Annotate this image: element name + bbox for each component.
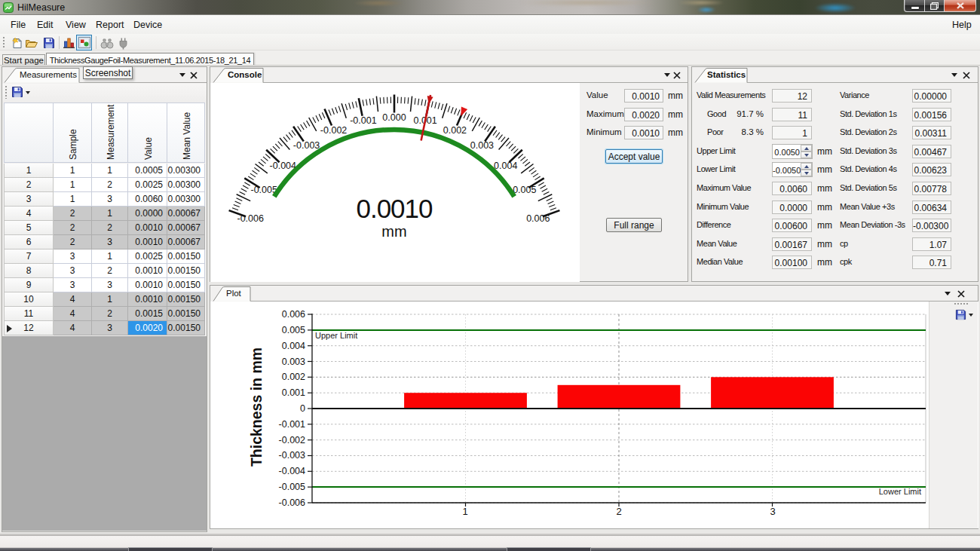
- svg-text:-0.003: -0.003: [293, 140, 320, 151]
- svg-text:mm: mm: [381, 223, 406, 240]
- svg-text:0.001: 0.001: [282, 387, 305, 398]
- svg-text:-0.006: -0.006: [279, 497, 305, 508]
- svg-text:-0.003: -0.003: [279, 450, 305, 461]
- svg-text:0.002: 0.002: [443, 125, 467, 136]
- svg-text:0.004: 0.004: [494, 161, 517, 171]
- svg-text:-0.002: -0.002: [320, 125, 347, 136]
- svg-text:1: 1: [462, 506, 467, 517]
- svg-text:0: 0: [300, 403, 305, 414]
- svg-text:0.004: 0.004: [282, 341, 305, 351]
- svg-text:0.002: 0.002: [282, 372, 305, 382]
- svg-text:0.006: 0.006: [282, 309, 305, 320]
- svg-text:0.005: 0.005: [513, 185, 536, 195]
- svg-text:-0.001: -0.001: [279, 419, 305, 430]
- svg-text:0.003: 0.003: [282, 357, 305, 367]
- svg-text:2: 2: [616, 506, 621, 517]
- svg-text:0.005: 0.005: [282, 325, 305, 335]
- svg-text:-0.006: -0.006: [237, 213, 263, 224]
- svg-text:0.0010: 0.0010: [356, 194, 433, 223]
- svg-text:-0.001: -0.001: [350, 115, 376, 126]
- svg-text:0.006: 0.006: [526, 213, 550, 224]
- svg-text:0.000: 0.000: [382, 112, 406, 123]
- svg-text:-0.005: -0.005: [279, 482, 305, 492]
- svg-text:Thickness in mm: Thickness in mm: [248, 347, 265, 467]
- svg-text:0.003: 0.003: [470, 140, 494, 151]
- svg-text:-0.004: -0.004: [270, 161, 296, 171]
- svg-text:-0.004: -0.004: [279, 466, 305, 476]
- svg-text:3: 3: [770, 506, 775, 517]
- svg-text:-0.002: -0.002: [279, 435, 305, 445]
- svg-text:Upper Limit: Upper Limit: [315, 331, 357, 340]
- svg-text:Lower Limit: Lower Limit: [879, 487, 921, 496]
